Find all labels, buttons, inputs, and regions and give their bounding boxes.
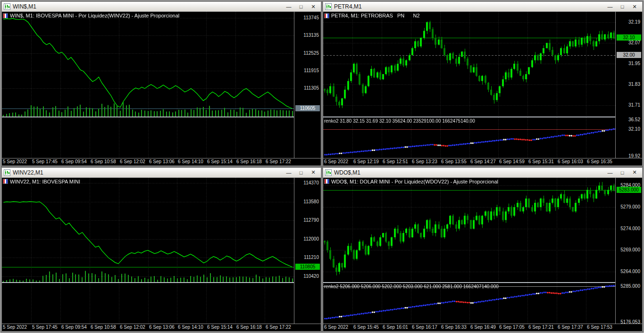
chart-header: WIN$, M1: IBOVESPA MINI - Por Liquidez(W…: [3, 13, 179, 18]
indicator-subwindow[interactable]: renko2 5206.000 5206.000 5202.000 5203.0…: [323, 283, 615, 324]
window-titlebar[interactable]: WIN$,M1 — □ ✕: [2, 2, 321, 12]
time-label: 6 Sep 16:18: [236, 325, 262, 330]
main-chart[interactable]: PETR4, M1: PETROBRAS PN N2: [323, 12, 615, 117]
mdi-workspace: WIN$,M1 — □ ✕ WIN$, M1: IBOVESPA MINI - …: [0, 0, 644, 333]
price-tick-label: 5274.000: [620, 226, 640, 232]
close-button[interactable]: ✕: [308, 169, 319, 176]
time-label: 6 Sep 17:05: [499, 325, 525, 330]
window-titlebar[interactable]: WDO$,M1 — □ ✕: [323, 168, 642, 178]
time-label: 6 Sep 16:33: [441, 325, 467, 330]
indicator-label: renko2 5206.000 5206.000 5202.000 5203.0…: [324, 284, 499, 289]
time-label: 5 Sep 2022: [3, 325, 27, 330]
price-tick-label: 111915: [304, 68, 319, 74]
time-label: 6 Sep 16:03: [558, 159, 583, 164]
chart-header-text: PETR4, M1: PETROBRAS PN N2: [331, 13, 420, 18]
price-tick-label: 113135: [303, 33, 319, 38]
chart-window-icon: [325, 3, 332, 10]
price-tick-label: 31.71: [628, 102, 640, 108]
time-label: 6 Sep 12:51: [383, 159, 408, 164]
window-title: WINV22,M1: [13, 169, 43, 176]
chart-area: WINV22, M1: IBOVESPA MINI 11437011358011…: [2, 178, 321, 332]
window-titlebar[interactable]: WINV22,M1 — □ ✕: [2, 168, 321, 178]
price-chart-canvas[interactable]: [2, 12, 294, 117]
current-price-badge: 110605: [295, 105, 320, 111]
indicator-canvas[interactable]: [2, 117, 294, 158]
symbol-icon: [3, 179, 8, 184]
chart-header: PETR4, M1: PETROBRAS PN N2: [324, 13, 420, 18]
time-label: 6 Sep 14:10: [178, 325, 203, 330]
indicator-canvas[interactable]: [2, 283, 294, 324]
chart-window-winv22: WINV22,M1 — □ ✕ WINV22, M1: IBOVESPA MIN…: [1, 167, 321, 332]
window-title: WDO$,M1: [334, 169, 360, 176]
time-axis[interactable]: 5 Sep 20225 Sep 17:456 Sep 09:546 Sep 10…: [2, 324, 321, 331]
time-label: 6 Sep 09:54: [61, 159, 87, 164]
main-chart[interactable]: WDO$, M1: DOLAR MINI - Por Liquidez(WDOV…: [323, 178, 615, 283]
price-axis[interactable]: 113745113135112525111915111305110605: [294, 12, 321, 158]
time-label: 6 Sep 15:14: [207, 159, 233, 164]
maximize-button[interactable]: □: [617, 3, 628, 10]
time-label: 6 Sep 15:45: [353, 325, 379, 330]
time-label: 6 Sep 17:21: [528, 325, 554, 330]
indicator-tick-label: 19.92: [628, 153, 640, 158]
main-chart[interactable]: WINV22, M1: IBOVESPA MINI: [2, 178, 294, 283]
window-title: WIN$,M1: [13, 3, 36, 10]
price-chart-canvas[interactable]: [2, 178, 294, 283]
price-axis[interactable]: 32.1932.0731.9531.8331.7132.1032.0036.52…: [615, 12, 642, 158]
price-axis[interactable]: 5284.0005279.0005274.0005269.0005264.000…: [615, 178, 642, 324]
time-label: 6 Sep 10:58: [91, 159, 116, 164]
price-chart-canvas[interactable]: [323, 12, 615, 117]
minimize-button[interactable]: —: [604, 169, 616, 176]
current-price-badge: 32.00: [617, 52, 641, 58]
chart-window-petr4: PETR4,M1 — □ ✕ PETR4, M1: PETROBRAS PN N…: [323, 1, 643, 166]
close-button[interactable]: ✕: [629, 3, 640, 10]
time-label: 6 Sep 15:31: [528, 159, 554, 164]
indicator-tick-label: 36.52: [628, 117, 640, 123]
chart-header: WINV22, M1: IBOVESPA MINI: [3, 179, 80, 184]
time-label: 6 Sep 12:02: [120, 325, 145, 330]
chart-window-wdo: WDO$,M1 — □ ✕ WDO$, M1: DOLAR MINI - Por…: [323, 167, 643, 332]
price-chart-canvas[interactable]: [323, 178, 615, 283]
minimize-button[interactable]: —: [283, 169, 294, 176]
maximize-button[interactable]: □: [295, 3, 307, 10]
time-label: 6 Sep 14:27: [470, 159, 496, 164]
time-label: 6 Sep 13:06: [149, 159, 175, 164]
price-tick-label: 5269.000: [620, 247, 640, 253]
indicator-label: renko2 31.80 32.15 31.69 32.10 35624.00 …: [324, 118, 475, 124]
maximize-button[interactable]: □: [617, 169, 628, 176]
close-button[interactable]: ✕: [629, 169, 640, 176]
main-chart[interactable]: WIN$, M1: IBOVESPA MINI - Por Liquidez(W…: [2, 12, 294, 117]
window-titlebar[interactable]: PETR4,M1 — □ ✕: [323, 2, 642, 12]
indicator-subwindow[interactable]: [2, 117, 294, 158]
price-axis[interactable]: 1143701135801127901120001112101104201108…: [294, 178, 321, 324]
maximize-button[interactable]: □: [295, 169, 307, 176]
chart-area: WDO$, M1: DOLAR MINI - Por Liquidez(WDOV…: [323, 178, 642, 332]
price-tick-label: 31.83: [628, 82, 640, 87]
time-label: 6 Sep 09:54: [61, 325, 87, 330]
time-label: 6 Sep 13:55: [441, 159, 467, 164]
time-label: 6 Sep 16:18: [236, 159, 262, 164]
indicator-subwindow[interactable]: [2, 283, 294, 324]
symbol-icon: [324, 179, 329, 184]
time-label: 6 Sep 16:35: [587, 159, 612, 164]
minimize-button[interactable]: —: [283, 3, 294, 10]
chart-window-icon: [4, 169, 10, 176]
time-label: 6 Sep 2022: [324, 325, 348, 330]
time-axis[interactable]: 6 Sep 20226 Sep 12:196 Sep 12:516 Sep 13…: [323, 158, 642, 166]
time-axis[interactable]: 5 Sep 20225 Sep 17:456 Sep 09:546 Sep 10…: [2, 158, 321, 166]
price-tick-label: 113745: [303, 15, 319, 21]
time-label: 6 Sep 13:23: [412, 159, 437, 164]
time-label: 6 Sep 17:22: [266, 325, 291, 330]
price-tick-label: 113580: [303, 199, 319, 205]
indicator-subwindow[interactable]: renko2 31.80 32.15 31.69 32.10 35624.00 …: [323, 117, 615, 158]
minimize-button[interactable]: —: [604, 3, 616, 10]
symbol-icon: [3, 13, 8, 18]
price-tick-label: 112525: [303, 50, 319, 56]
price-tick-label: 32.19: [628, 19, 640, 25]
price-tick-label: 5279.000: [620, 204, 640, 210]
time-label: 6 Sep 17:22: [266, 159, 291, 164]
price-tick-label: 31.95: [628, 61, 640, 67]
time-axis[interactable]: 6 Sep 20226 Sep 15:456 Sep 16:016 Sep 16…: [323, 324, 642, 331]
close-button[interactable]: ✕: [308, 3, 319, 10]
current-price-badge: 110805: [295, 264, 320, 270]
indicator-tick-label: 5285.000: [620, 283, 640, 289]
